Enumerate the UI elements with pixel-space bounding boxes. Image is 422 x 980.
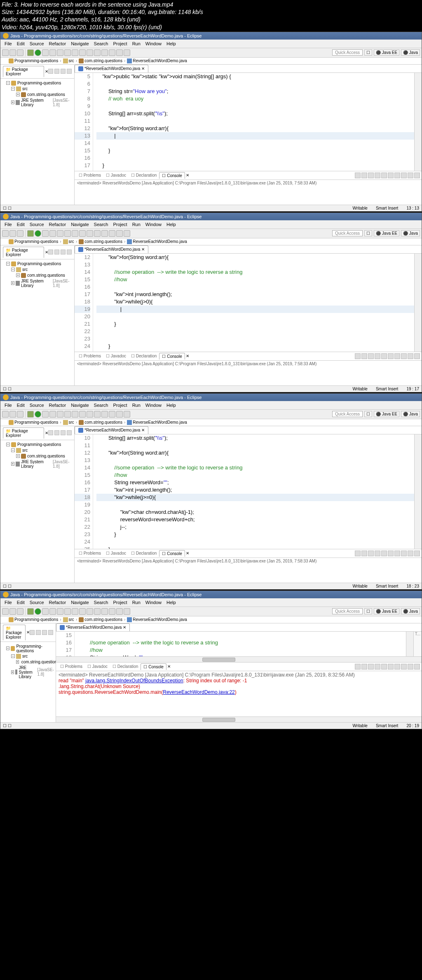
toolbar-button[interactable] [9, 411, 16, 418]
menu-navigate[interactable]: Navigate [68, 221, 91, 228]
crumb-src[interactable]: src [63, 617, 74, 622]
toolbar-button[interactable] [72, 411, 78, 418]
console-toolbar-icon[interactable] [388, 664, 394, 670]
menu-navigate[interactable]: Navigate [68, 402, 91, 408]
code-editor[interactable]: 5678910111213141516171819 "kw">public "k… [75, 73, 422, 171]
menu-window[interactable]: Window [143, 402, 164, 408]
menu-help[interactable]: Help [164, 599, 178, 606]
menu-navigate[interactable]: Navigate [68, 40, 91, 47]
crumb-project[interactable]: Programming-questions [9, 58, 58, 63]
toolbar-button[interactable] [72, 608, 78, 615]
toolbar-button[interactable] [124, 49, 130, 56]
perspective-open[interactable]: ☐ [364, 49, 372, 56]
menu-window[interactable]: Window [143, 599, 164, 606]
quick-access-input[interactable]: Quick Access [332, 411, 363, 417]
toolbar-button[interactable] [2, 49, 9, 56]
menu-project[interactable]: Project [110, 221, 129, 228]
overview-ruler[interactable] [414, 73, 422, 171]
console-toolbar-icon[interactable] [408, 173, 413, 178]
bottom-tab-console[interactable]: ☐ Console [159, 172, 185, 179]
editor-tab[interactable]: *ReverseEachWordDemo.java ✕ [75, 426, 148, 434]
menu-help[interactable]: Help [164, 221, 178, 228]
toolbar-button[interactable] [49, 608, 56, 615]
menu-help[interactable]: Help [164, 402, 178, 408]
console-toolbar-icon[interactable] [401, 173, 407, 178]
toolbar-button[interactable] [2, 608, 9, 615]
crumb-project[interactable]: Programming-questions [9, 420, 58, 425]
console-toolbar-icon[interactable] [414, 353, 420, 359]
bottom-tab-javadoc[interactable]: ☐ Javadoc [103, 172, 129, 178]
quick-access-input[interactable]: Quick Access [332, 230, 363, 236]
panel-toolbar-icon[interactable] [48, 69, 53, 74]
toolbar-button[interactable] [116, 411, 123, 418]
code-content[interactable]: "kw">for(String word:arr){ //some operat… [93, 254, 414, 352]
menu-source[interactable]: Source [27, 40, 47, 47]
toolbar-button[interactable] [49, 411, 56, 418]
tree-project[interactable]: −Programming-questions [2, 644, 54, 653]
toolbar-button[interactable] [57, 49, 63, 56]
quick-access-input[interactable]: Quick Access [332, 49, 363, 56]
scrollbar-horizontal[interactable] [56, 716, 422, 722]
tree-package[interactable]: +com.string.questions [2, 92, 73, 98]
toolbar-button[interactable] [42, 49, 49, 56]
toolbar-button[interactable] [87, 608, 93, 615]
code-editor[interactable]: 121314151617181920212223242526 "kw">for(… [75, 254, 422, 352]
bottom-tab-console[interactable]: ☐ Console [159, 550, 185, 557]
bottom-tab-declaration[interactable]: ☐ Declaration [110, 663, 141, 670]
console-toolbar-icon[interactable] [394, 664, 400, 670]
panel-toolbar-icon[interactable] [54, 430, 59, 435]
bottom-tab-problems[interactable]: ☐ Problems [76, 172, 103, 178]
bottom-tab-problems[interactable]: ☐ Problems [58, 663, 85, 670]
menu-refactor[interactable]: Refactor [47, 221, 69, 228]
crumb-src[interactable]: src [63, 239, 74, 244]
scrollbar-horizontal[interactable] [56, 656, 422, 662]
package-explorer-tab[interactable]: 📁 Package Explorer [3, 427, 44, 439]
perspective-open[interactable]: ☐ [364, 608, 372, 614]
console-toolbar-icon[interactable] [401, 353, 407, 359]
code-content[interactable]: "kw">public "kw">static "kw">void main(S… [93, 73, 414, 171]
package-explorer-tab[interactable]: 📁 Package Explorer [3, 625, 26, 640]
nav-icon[interactable] [2, 58, 7, 63]
panel-toolbar-icon[interactable] [48, 630, 53, 635]
bottom-tab-javadoc[interactable]: ☐ Javadoc [85, 663, 110, 670]
console-toolbar-icon[interactable] [408, 551, 413, 556]
menu-project[interactable]: Project [110, 599, 129, 606]
quick-access-input[interactable]: Quick Access [332, 608, 363, 614]
toolbar-button[interactable] [2, 411, 9, 418]
panel-toolbar-icon[interactable] [30, 630, 35, 635]
bottom-tab-problems[interactable]: ☐ Problems [76, 353, 103, 359]
toolbar-button[interactable] [87, 411, 93, 418]
menu-refactor[interactable]: Refactor [47, 599, 69, 606]
tree-library[interactable]: +JRE System Library [JavaSE-1.8] [2, 98, 73, 107]
crumb-file[interactable]: ReverseEachWordDemo.java [127, 420, 187, 425]
debug-icon[interactable] [27, 608, 34, 615]
console-toolbar-icon[interactable] [375, 551, 380, 556]
perspective-java[interactable]: ⚫ Java [401, 49, 420, 56]
bottom-tab-declaration[interactable]: ☐ Declaration [129, 353, 159, 359]
menu-file[interactable]: File [2, 40, 14, 47]
console-toolbar-icon[interactable] [355, 551, 361, 556]
perspective-java-ee[interactable]: ⚫ Java EE [374, 608, 399, 614]
toolbar-button[interactable] [17, 230, 23, 237]
crumb-file[interactable]: ReverseEachWordDemo.java [127, 617, 187, 622]
crumb-file[interactable]: ReverseEachWordDemo.java [127, 58, 187, 63]
debug-icon[interactable] [27, 230, 34, 237]
tree-src[interactable]: −src [2, 653, 54, 659]
toolbar-button[interactable] [101, 608, 108, 615]
crumb-pkg[interactable]: com.string.questions [79, 239, 122, 244]
toolbar-button[interactable] [79, 411, 86, 418]
console-toolbar-icon[interactable] [408, 664, 413, 670]
console-toolbar-icon[interactable] [375, 353, 380, 359]
menu-project[interactable]: Project [110, 40, 129, 47]
toolbar-button[interactable] [79, 608, 86, 615]
menu-edit[interactable]: Edit [14, 221, 27, 228]
run-icon[interactable] [35, 411, 41, 418]
toolbar-button[interactable] [94, 608, 101, 615]
panel-toolbar-icon[interactable] [67, 69, 72, 74]
menu-run[interactable]: Run [130, 402, 143, 408]
perspective-java[interactable]: ⚫ Java [401, 230, 420, 236]
perspective-java[interactable]: ⚫ Java [401, 608, 420, 614]
tree-src[interactable]: −src [2, 448, 73, 453]
panel-toolbar-icon[interactable] [67, 430, 72, 435]
toolbar-button[interactable] [109, 608, 115, 615]
